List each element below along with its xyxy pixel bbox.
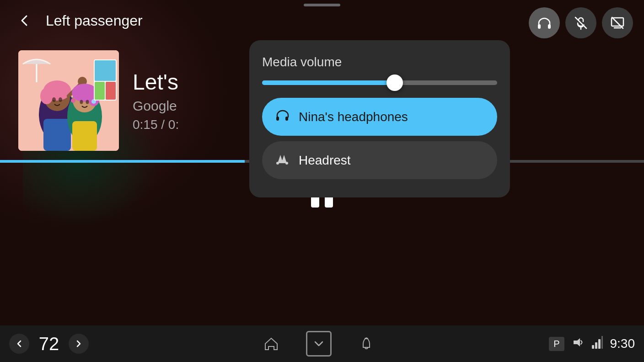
ninas-headphones-label: Nina's headphones [299, 110, 408, 124]
svg-rect-35 [365, 338, 368, 339]
svg-point-22 [80, 100, 83, 104]
svg-rect-30 [276, 117, 279, 121]
drawer-button[interactable] [306, 331, 332, 357]
headphones-option-icon [275, 108, 290, 126]
volume-slider-thumb[interactable] [386, 75, 403, 91]
svg-point-13 [59, 97, 62, 102]
svg-marker-36 [574, 338, 580, 346]
bottom-bar: 72 P [0, 325, 644, 362]
headrest-option-icon [275, 151, 290, 169]
track-artist: Google [133, 98, 179, 114]
svg-rect-26 [95, 60, 116, 81]
output-ninas-headphones[interactable]: Nina's headphones [262, 98, 497, 136]
svg-rect-14 [43, 119, 71, 151]
volume-up-button[interactable] [69, 334, 89, 354]
page-title: Left passenger [46, 12, 143, 29]
svg-rect-31 [285, 117, 288, 121]
top-right-icons [529, 7, 633, 38]
output-headrest[interactable]: Headrest [262, 141, 497, 179]
track-time-current: 0:15 [133, 117, 158, 132]
track-time: 0:15 / 0: [133, 117, 179, 132]
headrest-label: Headrest [299, 153, 351, 168]
svg-rect-1 [548, 24, 551, 29]
svg-point-34 [285, 162, 288, 165]
svg-point-33 [276, 162, 279, 165]
bottom-nav-center [89, 331, 549, 357]
back-button[interactable] [11, 7, 38, 34]
svg-point-20 [71, 98, 75, 103]
status-volume-icon [572, 336, 585, 352]
track-time-total: 0: [168, 117, 179, 132]
status-p-badge: P [549, 337, 564, 351]
volume-slider-row[interactable] [262, 80, 497, 85]
svg-rect-0 [538, 24, 541, 29]
volume-slider-track[interactable] [262, 80, 497, 85]
mic-off-button[interactable] [565, 7, 596, 38]
status-time: 9:30 [610, 336, 635, 351]
volume-number: 72 [33, 334, 65, 354]
svg-point-12 [52, 97, 56, 102]
album-art [18, 50, 119, 151]
volume-display: 72 [9, 334, 89, 354]
track-time-separator: / [161, 117, 168, 132]
screen-off-button[interactable] [602, 7, 633, 38]
svg-rect-40 [601, 336, 603, 349]
svg-rect-28 [106, 82, 116, 100]
volume-down-button[interactable] [9, 334, 29, 354]
headphones-output-button[interactable] [529, 7, 560, 38]
bottom-right-status: P 9:30 [549, 336, 635, 352]
svg-marker-32 [278, 155, 287, 163]
svg-point-11 [40, 88, 53, 104]
volume-slider-fill [262, 80, 394, 85]
svg-rect-39 [598, 339, 601, 349]
svg-rect-24 [72, 121, 97, 151]
volume-popup-title: Media volume [262, 55, 497, 69]
notification-button[interactable] [354, 331, 379, 357]
status-signal-icon [592, 336, 603, 352]
svg-line-6 [612, 17, 623, 28]
track-info: Let's Google 0:15 / 0: [133, 69, 179, 132]
svg-point-23 [86, 100, 89, 104]
track-title: Let's [133, 69, 179, 95]
svg-rect-27 [95, 82, 105, 100]
top-bar: Left passenger [0, 0, 644, 41]
home-button[interactable] [258, 331, 284, 357]
progress-bar-fill [0, 160, 245, 163]
volume-popup: Media volume Nina's headphones Headrest [249, 40, 510, 197]
svg-rect-37 [592, 345, 594, 349]
svg-rect-38 [595, 342, 597, 349]
